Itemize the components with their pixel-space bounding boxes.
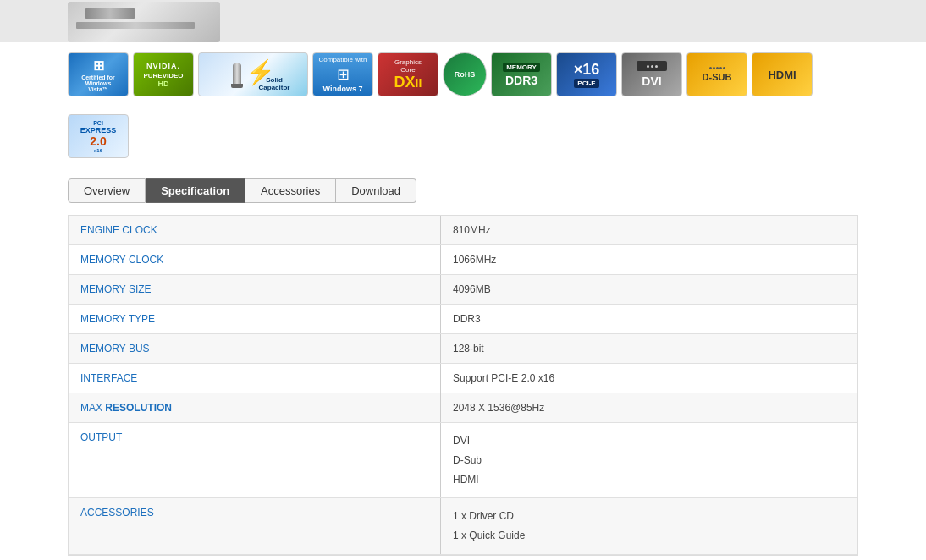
badge-pcie-x16: ×16 PCI-E	[556, 52, 617, 96]
spec-label-membus: MEMORY BUS	[69, 334, 441, 363]
badge-ddr3: MEMORY DDR3	[491, 52, 552, 96]
spec-value-output: DVI D-Sub HDMI	[441, 423, 857, 497]
tab-overview[interactable]: Overview	[68, 178, 146, 203]
accessory-line-cd: 1 x Driver CD	[453, 507, 846, 526]
spec-label-res-bold: RESOLUTION	[105, 402, 172, 414]
spec-value-interface: Support PCI-E 2.0 x16	[441, 364, 857, 393]
spec-value-memtype: DDR3	[441, 305, 857, 333]
badge-dsub: D-SUB	[686, 52, 747, 96]
spec-row-membus: MEMORY BUS 128-bit	[69, 334, 857, 364]
spec-label-memsize: MEMORY SIZE	[69, 275, 441, 304]
badges-row-2: PCI EXPRESS 2.0 x16	[0, 107, 926, 170]
spec-value-maxres: 2048 X 1536@85Hz	[441, 393, 857, 422]
spec-label-memtype: MEMORY TYPE	[69, 305, 441, 333]
spec-row-memclock: MEMORY CLOCK 1066MHz	[69, 245, 857, 275]
spec-value-memclock: 1066MHz	[441, 245, 857, 274]
spec-row-engine: ENGINE CLOCK 810MHz	[69, 216, 857, 245]
spec-label-engine: ENGINE CLOCK	[69, 216, 441, 244]
spec-label-memclock: MEMORY CLOCK	[69, 245, 441, 274]
badge-capacitor: ⚡ SolidCapacitor	[198, 52, 308, 96]
tab-accessories[interactable]: Accessories	[245, 178, 336, 203]
badge-rohs: RoHS	[443, 52, 487, 96]
badge-dx11: Graphics Core DXII	[378, 52, 438, 96]
top-image-area	[0, 0, 926, 42]
spec-label-maxres: MAX RESOLUTION	[69, 393, 441, 422]
tabs-row: Overview Specification Accessories Downl…	[0, 170, 926, 215]
spec-label-max-plain: MAX	[80, 402, 105, 414]
spec-label-accessories: ACCESSORIES	[69, 498, 441, 554]
badge-vista: ⊞ Certified for Windows Vista™	[68, 52, 129, 96]
spec-value-engine: 810MHz	[441, 216, 857, 244]
spec-row-output: OUTPUT DVI D-Sub HDMI	[69, 423, 857, 498]
output-line-hdmi: HDMI	[453, 470, 846, 490]
spec-label-output: OUTPUT	[69, 423, 441, 497]
spec-value-accessories: 1 x Driver CD 1 x Quick Guide	[441, 498, 857, 554]
spec-row-interface: INTERFACE Support PCI-E 2.0 x16	[69, 364, 857, 393]
badge-hdmi: HDMI	[752, 52, 813, 96]
spec-value-memsize: 4096MB	[441, 275, 857, 304]
card-image	[68, 2, 220, 42]
spec-value-membus: 128-bit	[441, 334, 857, 363]
spec-row-memtype: MEMORY TYPE DDR3	[69, 305, 857, 334]
spec-row-memsize: MEMORY SIZE 4096MB	[69, 275, 857, 305]
spec-row-maxres: MAX RESOLUTION 2048 X 1536@85Hz	[69, 393, 857, 423]
accessory-line-guide: 1 x Quick Guide	[453, 526, 846, 546]
spec-row-accessories: ACCESSORIES 1 x Driver CD 1 x Quick Guid…	[69, 498, 857, 555]
badge-nvidia: NVIDIA. PUREVIDEO HD	[133, 52, 194, 96]
spec-table: ENGINE CLOCK 810MHz MEMORY CLOCK 1066MHz…	[68, 215, 858, 556]
badges-row: ⊞ Certified for Windows Vista™ NVIDIA. P…	[0, 42, 926, 107]
output-line-dvi: DVI	[453, 431, 846, 451]
spec-label-interface: INTERFACE	[69, 364, 441, 393]
tab-download[interactable]: Download	[336, 178, 416, 203]
badge-win7: Compatible with ⊞ Windows 7	[312, 52, 373, 96]
badge-dvi: DVI	[621, 52, 682, 96]
badge-pciexpress: PCI EXPRESS 2.0 x16	[68, 114, 129, 158]
tab-specification[interactable]: Specification	[146, 178, 245, 203]
output-line-dsub: D-Sub	[453, 451, 846, 470]
